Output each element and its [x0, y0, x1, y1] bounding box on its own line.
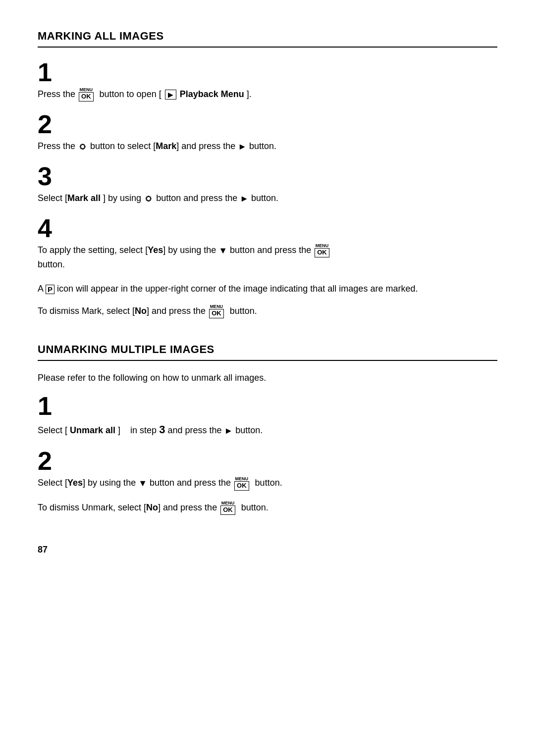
right-arrow-2: ►: [238, 142, 247, 151]
section2-heading: UNMARKING MULTIPLE IMAGES: [38, 343, 497, 361]
step4-text: To apply the setting, select [Yes] by us…: [38, 243, 497, 272]
unmark-step1-text: Select [ Unmark all ] in step 3 and pres…: [38, 421, 497, 438]
step2-text: Press the ⭘ button to select [Mark] and …: [38, 139, 497, 153]
step1-number: 1: [38, 59, 497, 85]
p-icon: P: [46, 285, 54, 294]
step3-ref: 3: [159, 423, 165, 436]
menu-ok-btn-1: MENUOK: [79, 88, 94, 101]
menu-ok-btn-dismiss2: MENUOK: [220, 501, 235, 515]
step2-number: 2: [38, 111, 497, 137]
menu-ok-btn-4: MENUOK: [315, 244, 329, 257]
step3-number: 3: [38, 163, 497, 189]
page-number: 87: [38, 545, 497, 555]
unmark-step2-text: Select [Yes] by using the ▼ button and p…: [38, 476, 497, 491]
unmark-step2-number: 2: [38, 448, 497, 474]
section1-heading: MARKING ALL IMAGES: [38, 30, 497, 48]
page-content: MARKING ALL IMAGES 1 Press the MENUOK bu…: [38, 30, 497, 555]
dismiss-unmark-text: To dismiss Unmark, select [No] and press…: [38, 501, 497, 515]
down-arrow-4: ▼: [218, 246, 227, 255]
step4-number: 4: [38, 215, 497, 241]
down-arrow-u2: ▼: [138, 478, 147, 488]
right-arrow-u1: ►: [224, 426, 233, 435]
step1-text: Press the MENUOK button to open [ ▶ Play…: [38, 87, 497, 101]
step3-block: 3 Select [Mark all ] by using ⭘ button a…: [38, 163, 497, 205]
unmark-step2-block: 2 Select [Yes] by using the ▼ button and…: [38, 448, 497, 491]
dismiss-mark-text: To dismiss Mark, select [No] and press t…: [38, 304, 497, 318]
updown-arrow-3: ⭘: [144, 194, 154, 203]
updown-arrow-2: ⭘: [78, 142, 88, 151]
unmark-step1-number: 1: [38, 393, 497, 419]
step4-block: 4 To apply the setting, select [Yes] by …: [38, 215, 497, 272]
section-marking: MARKING ALL IMAGES 1 Press the MENUOK bu…: [38, 30, 497, 318]
menu-ok-btn-dismiss1: MENUOK: [209, 304, 224, 318]
step1-block: 1 Press the MENUOK button to open [ ▶ Pl…: [38, 59, 497, 101]
mark-icon-note: A P icon will appear in the upper-right …: [38, 282, 497, 296]
section-unmarking: UNMARKING MULTIPLE IMAGES Please refer t…: [38, 343, 497, 515]
unmark-step1-block: 1 Select [ Unmark all ] in step 3 and pr…: [38, 393, 497, 438]
right-arrow-3: ►: [240, 194, 249, 203]
step3-text: Select [Mark all ] by using ⭘ button and…: [38, 191, 497, 205]
step2-block: 2 Press the ⭘ button to select [Mark] an…: [38, 111, 497, 153]
menu-ok-btn-u2: MENUOK: [234, 477, 249, 491]
section2-intro: Please refer to the following on how to …: [38, 373, 497, 383]
playback-icon-1: ▶: [165, 90, 176, 100]
